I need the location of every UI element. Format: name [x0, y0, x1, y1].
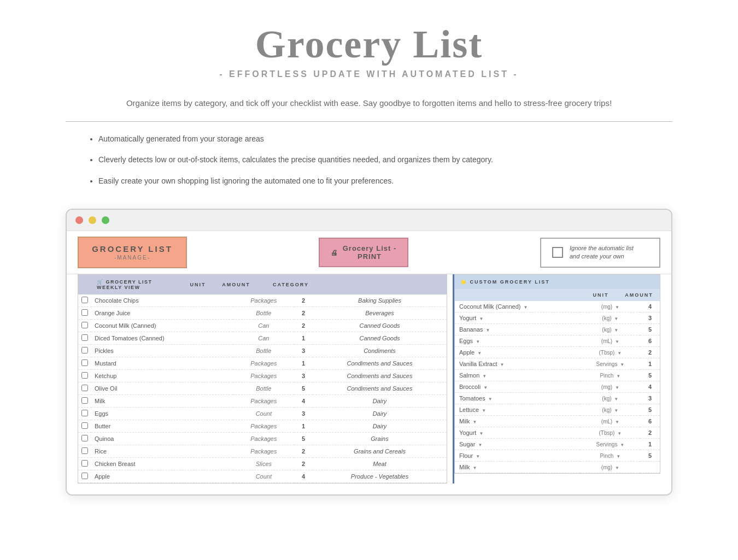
- right-row-amount: 5: [640, 450, 660, 462]
- row-checkbox[interactable]: [81, 460, 88, 467]
- right-row-unit: (kg) ▼: [580, 404, 640, 416]
- row-checkbox-cell[interactable]: [78, 420, 91, 433]
- left-table-title: 🛒 GROCERY LIST WEEKLY VIEW: [97, 279, 179, 290]
- row-checkbox-cell[interactable]: [78, 294, 91, 307]
- row-checkbox[interactable]: [81, 372, 88, 379]
- row-checkbox[interactable]: [81, 473, 88, 479]
- browser-dot-yellow: [89, 216, 96, 224]
- row-category: Condiments and Sauces: [313, 370, 447, 382]
- row-checkbox-cell[interactable]: [78, 470, 91, 483]
- left-grocery-table: Chocolate Chips Packages 2 Baking Suppli…: [78, 294, 447, 483]
- right-row-name: Milk ▼: [455, 416, 580, 427]
- table-row: Sugar ▼ Servings ▼ 1: [455, 439, 660, 450]
- left-unit-header: UNIT: [179, 282, 217, 287]
- right-row-amount: 3: [640, 393, 660, 404]
- right-custom-table: Coconut Milk (Canned) ▼ (mg) ▼ 4 Yogurt …: [455, 301, 660, 473]
- table-row: Yogurt ▼ (kg) ▼ 3: [455, 313, 660, 324]
- row-checkbox[interactable]: [81, 447, 88, 454]
- feature-item-3: Easily create your own shopping list ign…: [98, 175, 705, 187]
- right-row-name: Yogurt ▼: [455, 427, 580, 439]
- page-description: Organize items by category, and tick off…: [123, 96, 615, 110]
- table-row: Orange Juice Bottle 2 Beverages: [78, 307, 447, 320]
- row-category: Dairy: [313, 420, 447, 433]
- row-amount: 1: [294, 332, 313, 345]
- table-row: Lettuce ▼ (kg) ▼ 5: [455, 404, 660, 416]
- feature-item-1: Automatically generated from your storag…: [98, 133, 705, 145]
- row-checkbox[interactable]: [81, 322, 88, 328]
- row-amount: 5: [294, 382, 313, 395]
- table-row: Salmon ▼ Pinch ▼ 5: [455, 370, 660, 381]
- right-row-name: Vanilla Extract ▼: [455, 358, 580, 370]
- right-row-amount: 6: [640, 335, 660, 347]
- right-table-title-row: 🌟 CUSTOM GROCERY LIST: [455, 275, 660, 289]
- ignore-checkbox[interactable]: [552, 247, 563, 258]
- weekly-view-label: WEEKLY VIEW: [97, 285, 179, 290]
- right-row-unit: (kg) ▼: [580, 324, 640, 335]
- left-table-wrap: 🛒 GROCERY LIST WEEKLY VIEW UNIT AMOUNT C…: [78, 274, 447, 484]
- table-row: Rice Packages 2 Grains and Cereals: [78, 445, 447, 458]
- right-row-name: Apple ▼: [455, 347, 580, 358]
- row-unit: Count: [233, 408, 294, 420]
- right-table-wrap: 🌟 CUSTOM GROCERY LIST UNIT AMOUNT C: [453, 274, 660, 484]
- row-category: Dairy: [313, 395, 447, 408]
- row-unit: Can: [233, 332, 294, 345]
- logo-title: GROCERY LIST: [92, 244, 173, 254]
- row-unit: Packages: [233, 420, 294, 433]
- right-row-name: Tomatoes ▼: [455, 393, 580, 404]
- right-row-unit: Servings ▼: [580, 439, 640, 450]
- row-checkbox-cell[interactable]: [78, 408, 91, 420]
- row-checkbox[interactable]: [81, 359, 88, 366]
- row-checkbox-cell[interactable]: [78, 332, 91, 345]
- table-row: Mustard Packages 1 Condiments and Sauces: [78, 357, 447, 370]
- row-amount: 1: [294, 357, 313, 370]
- ignore-automatic-list-box[interactable]: Ignore the automatic listand create your…: [540, 238, 660, 268]
- row-category: Beverages: [313, 307, 447, 320]
- right-row-unit: (mL) ▼: [580, 335, 640, 347]
- row-checkbox[interactable]: [81, 435, 88, 441]
- row-amount: 2: [294, 320, 313, 332]
- row-checkbox-cell[interactable]: [78, 370, 91, 382]
- table-row: Milk Packages 4 Dairy: [78, 395, 447, 408]
- row-checkbox-cell[interactable]: [78, 458, 91, 470]
- print-button[interactable]: 🖨 Grocery List -PRINT: [319, 238, 409, 267]
- right-row-name: Lettuce ▼: [455, 404, 580, 416]
- row-item-name: Coconut Milk (Canned): [91, 320, 233, 332]
- row-checkbox-cell[interactable]: [78, 433, 91, 445]
- right-row-amount: 5: [640, 370, 660, 381]
- row-checkbox[interactable]: [81, 334, 88, 341]
- right-row-amount: 4: [640, 381, 660, 393]
- row-category: Condiments: [313, 345, 447, 357]
- row-amount: 3: [294, 408, 313, 420]
- row-checkbox[interactable]: [81, 397, 88, 404]
- row-category: Grains and Cereals: [313, 445, 447, 458]
- right-row-name: Milk ▼: [455, 462, 580, 473]
- row-checkbox[interactable]: [81, 410, 88, 416]
- right-row-amount: 5: [640, 404, 660, 416]
- right-row-amount: 2: [640, 347, 660, 358]
- row-checkbox[interactable]: [81, 309, 88, 316]
- row-checkbox-cell[interactable]: [78, 395, 91, 408]
- table-row: Broccoli ▼ (mg) ▼ 4: [455, 381, 660, 393]
- table-row: Ketchup Packages 3 Condiments and Sauces: [78, 370, 447, 382]
- row-unit: Packages: [233, 357, 294, 370]
- row-checkbox[interactable]: [81, 422, 88, 429]
- row-checkbox-cell[interactable]: [78, 357, 91, 370]
- row-checkbox-cell[interactable]: [78, 345, 91, 357]
- right-table-title: 🌟 CUSTOM GROCERY LIST: [460, 279, 550, 285]
- right-row-unit: (Tbsp) ▼: [580, 427, 640, 439]
- right-row-unit: (mg) ▼: [580, 462, 640, 473]
- right-row-amount: 1: [640, 358, 660, 370]
- row-checkbox[interactable]: [81, 385, 88, 391]
- row-checkbox-cell[interactable]: [78, 320, 91, 332]
- row-checkbox[interactable]: [81, 347, 88, 353]
- row-checkbox-cell[interactable]: [78, 445, 91, 458]
- row-item-name: Butter: [91, 420, 233, 433]
- row-amount: 4: [294, 395, 313, 408]
- left-amount-header: AMOUNT: [217, 282, 255, 287]
- row-checkbox-cell[interactable]: [78, 307, 91, 320]
- feature-item-2: Cleverly detects low or out-of-stock ite…: [98, 154, 705, 166]
- row-checkbox-cell[interactable]: [78, 382, 91, 395]
- row-item-name: Eggs: [91, 408, 233, 420]
- print-button-label: Grocery List -PRINT: [343, 244, 397, 261]
- row-checkbox[interactable]: [81, 297, 88, 303]
